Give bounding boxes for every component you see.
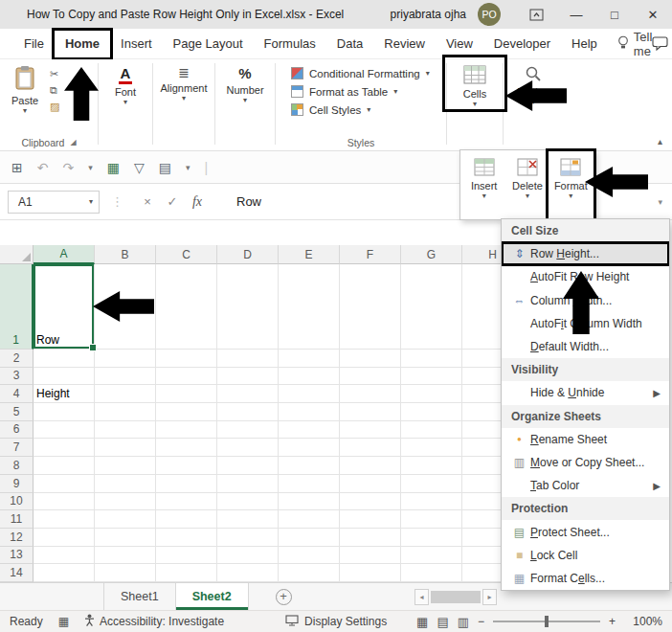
cell-c1[interactable] bbox=[156, 264, 217, 350]
delete-button[interactable]: Delete ▾ bbox=[505, 152, 549, 217]
redo-icon[interactable]: ↷ bbox=[62, 160, 74, 175]
cell-c9[interactable] bbox=[156, 475, 217, 493]
row-header-4[interactable]: 4 bbox=[0, 385, 34, 403]
cell-e12[interactable] bbox=[279, 529, 340, 547]
cell-f1[interactable] bbox=[340, 264, 401, 350]
cell-a1[interactable]: Row bbox=[34, 264, 95, 350]
cell-a6[interactable] bbox=[34, 421, 95, 440]
sheet-tab-sheet1[interactable]: Sheet1 bbox=[103, 583, 176, 610]
cell-c3[interactable] bbox=[156, 368, 217, 386]
insert-function-icon[interactable]: fx bbox=[185, 194, 210, 210]
undo-icon[interactable]: ↶ bbox=[37, 160, 49, 175]
comments-icon[interactable] bbox=[652, 36, 668, 51]
cell-c7[interactable] bbox=[156, 439, 217, 457]
tab-data[interactable]: Data bbox=[326, 31, 373, 57]
cell-f4[interactable] bbox=[340, 385, 401, 403]
font-button[interactable]: A Font ▾ bbox=[99, 59, 152, 105]
scroll-left-icon[interactable]: ◂ bbox=[414, 589, 429, 605]
cell-d8[interactable] bbox=[217, 457, 279, 475]
cell-a9[interactable] bbox=[34, 475, 95, 493]
cell-a7[interactable] bbox=[34, 439, 95, 457]
menu-item-row-height[interactable]: ⇕Row Height... bbox=[502, 242, 669, 265]
cell-b7[interactable] bbox=[95, 439, 156, 457]
cell-b11[interactable] bbox=[95, 510, 156, 529]
cell-c4[interactable] bbox=[156, 385, 217, 403]
cell-f9[interactable] bbox=[340, 475, 401, 493]
cell-f3[interactable] bbox=[340, 368, 401, 386]
cell-d13[interactable] bbox=[217, 547, 279, 565]
cell-e14[interactable] bbox=[279, 564, 340, 582]
row-header-6[interactable]: 6 bbox=[0, 421, 34, 440]
switch-windows-icon[interactable]: ⊞ bbox=[11, 160, 23, 175]
row-header-8[interactable]: 8 bbox=[0, 457, 34, 475]
dialog-launcher-icon[interactable]: ◢ bbox=[70, 138, 76, 147]
cell-f6[interactable] bbox=[340, 421, 401, 440]
tab-help[interactable]: Help bbox=[561, 31, 608, 57]
row-header-5[interactable]: 5 bbox=[0, 403, 34, 421]
cell-styles-button[interactable]: Cell Styles ▾ bbox=[276, 101, 446, 119]
cell-e8[interactable] bbox=[279, 457, 340, 475]
cell-b5[interactable] bbox=[95, 403, 156, 421]
cell-a10[interactable] bbox=[34, 493, 95, 511]
row-header-14[interactable]: 14 bbox=[0, 564, 34, 582]
account-user-name[interactable]: priyabrata ojha bbox=[391, 8, 466, 21]
cell-g13[interactable] bbox=[401, 547, 462, 565]
column-header-a[interactable]: A bbox=[34, 245, 95, 264]
tell-me[interactable]: Tell me bbox=[617, 30, 653, 58]
cell-d10[interactable] bbox=[217, 493, 279, 511]
row-header-9[interactable]: 9 bbox=[0, 475, 34, 493]
cell-d1[interactable] bbox=[217, 264, 279, 350]
normal-view-icon[interactable]: ▦ bbox=[416, 615, 428, 629]
format-painter-icon[interactable]: ▨ bbox=[50, 101, 59, 112]
row-header-12[interactable]: 12 bbox=[0, 529, 34, 547]
zoom-slider[interactable] bbox=[493, 621, 600, 622]
cell-b10[interactable] bbox=[95, 493, 156, 511]
row-header-7[interactable]: 7 bbox=[0, 439, 34, 457]
cell-e1[interactable] bbox=[279, 264, 340, 350]
page-layout-view-icon[interactable]: ▤ bbox=[437, 615, 448, 629]
maximize-button[interactable]: □ bbox=[595, 0, 634, 29]
cell-f10[interactable] bbox=[340, 493, 401, 511]
cell-a4[interactable]: Height bbox=[34, 385, 95, 403]
paste-button[interactable]: Paste ▾ bbox=[0, 59, 50, 114]
insert-button[interactable]: Insert ▾ bbox=[462, 152, 505, 217]
menu-item-tab-color[interactable]: Tab Color▶ bbox=[502, 474, 669, 497]
menu-item-rename-sheet[interactable]: ●Rename Sheet bbox=[502, 428, 669, 451]
cell-b14[interactable] bbox=[95, 564, 156, 582]
cell-f14[interactable] bbox=[340, 564, 401, 582]
cell-g7[interactable] bbox=[401, 439, 462, 457]
cell-e10[interactable] bbox=[279, 493, 340, 511]
collapse-ribbon-icon[interactable]: ▴ bbox=[658, 136, 662, 147]
zoom-out-icon[interactable]: − bbox=[478, 615, 484, 628]
zoom-in-icon[interactable]: + bbox=[609, 615, 616, 628]
cell-a11[interactable] bbox=[34, 510, 95, 529]
cell-c13[interactable] bbox=[156, 547, 217, 565]
cell-e2[interactable] bbox=[279, 350, 340, 368]
cell-e13[interactable] bbox=[279, 547, 340, 565]
cell-e9[interactable] bbox=[279, 475, 340, 493]
row-header-3[interactable]: 3 bbox=[0, 368, 34, 386]
column-header-c[interactable]: C bbox=[156, 245, 217, 264]
tab-view[interactable]: View bbox=[436, 31, 483, 57]
cell-g10[interactable] bbox=[401, 493, 462, 511]
cell-b3[interactable] bbox=[95, 368, 156, 386]
zoom-slider-thumb[interactable] bbox=[545, 616, 549, 627]
tab-file[interactable]: File bbox=[13, 31, 55, 57]
cell-f5[interactable] bbox=[340, 403, 401, 421]
cell-c10[interactable] bbox=[156, 493, 217, 511]
cell-f12[interactable] bbox=[340, 529, 401, 547]
cell-a2[interactable] bbox=[34, 350, 95, 368]
cell-c8[interactable] bbox=[156, 457, 217, 475]
cell-b6[interactable] bbox=[95, 421, 156, 440]
row-header-13[interactable]: 13 bbox=[0, 547, 34, 565]
cell-g4[interactable] bbox=[401, 385, 462, 403]
scrollbar-thumb[interactable] bbox=[431, 591, 481, 603]
tab-formulas[interactable]: Formulas bbox=[254, 31, 326, 57]
cell-d3[interactable] bbox=[217, 368, 279, 386]
cell-a3[interactable] bbox=[34, 368, 95, 386]
menu-item-format-cells[interactable]: ▦Format Cells... bbox=[502, 567, 669, 590]
format-as-table-button[interactable]: Format as Table ▾ bbox=[276, 82, 446, 101]
cell-g2[interactable] bbox=[401, 350, 462, 368]
alignment-button[interactable]: ≣ Alignment ▾ bbox=[153, 59, 214, 102]
row-header-2[interactable]: 2 bbox=[0, 350, 34, 368]
